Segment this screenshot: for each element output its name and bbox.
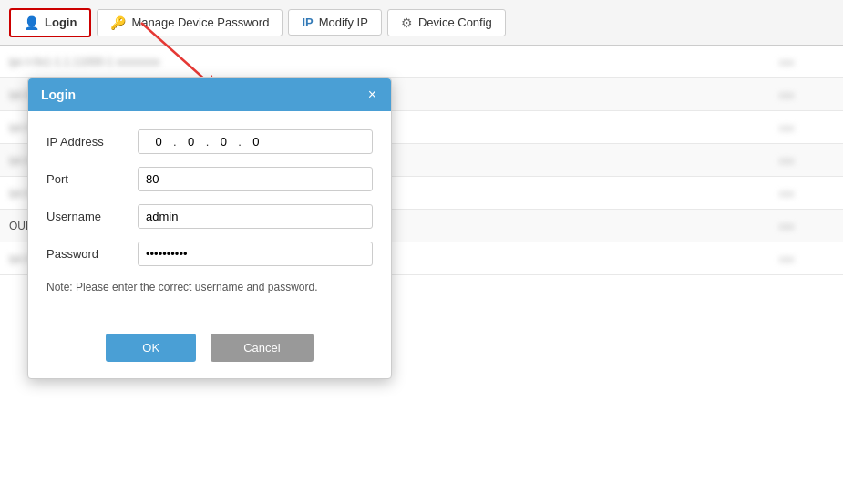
blurred-tag: xxx	[779, 122, 834, 133]
port-row: Port	[46, 167, 373, 191]
ip-dot-3: .	[236, 135, 243, 149]
ip-octet-1[interactable]	[146, 135, 171, 149]
device-config-button[interactable]: ⚙ Device Config	[387, 9, 506, 36]
login-modal: Login × IP Address . . . Port Username	[27, 77, 392, 379]
password-label: Password	[46, 247, 138, 261]
modal-body: IP Address . . . Port Username Password	[28, 111, 391, 323]
blurred-tag: xxx	[779, 188, 834, 199]
ip-dot-1: .	[171, 135, 179, 149]
table-row: ipc-t-0x1-1.1.11000-1 xxxxxxxx xxx	[0, 46, 843, 78]
modal-close-button[interactable]: ×	[366, 87, 378, 102]
password-input[interactable]	[138, 242, 373, 266]
ip-octet-4[interactable]	[243, 135, 269, 149]
login-button[interactable]: 👤 Login	[9, 8, 91, 37]
ip-octet-3[interactable]	[211, 135, 236, 149]
modal-footer: OK Cancel	[28, 323, 391, 378]
modify-ip-button[interactable]: IP Modify IP	[288, 9, 381, 36]
password-row: Password	[46, 242, 373, 266]
port-label: Port	[46, 172, 138, 186]
gear-icon: ⚙	[401, 15, 413, 30]
blurred-tag: xxx	[779, 253, 834, 264]
ip-icon: IP	[302, 15, 313, 29]
port-input[interactable]	[138, 167, 373, 191]
ip-address-label: IP Address	[46, 135, 138, 149]
key-icon: 🔑	[110, 15, 126, 30]
ok-button[interactable]: OK	[106, 334, 196, 362]
modal-title: Login	[41, 87, 76, 102]
blurred-tag: xxx	[779, 89, 834, 100]
cancel-button[interactable]: Cancel	[211, 334, 313, 362]
login-icon: 👤	[24, 15, 39, 30]
ip-address-row: IP Address . . .	[46, 129, 373, 154]
device-config-label: Device Config	[418, 15, 492, 29]
ip-address-input-group[interactable]: . . .	[138, 129, 373, 154]
blurred-tag: xxx	[779, 155, 834, 166]
username-label: Username	[46, 210, 138, 223]
toolbar: 👤 Login 🔑 Manage Device Password IP Modi…	[0, 0, 843, 46]
note-text: Note: Please enter the correct username …	[46, 279, 373, 295]
modal-header: Login ×	[28, 78, 391, 111]
manage-password-button[interactable]: 🔑 Manage Device Password	[97, 9, 283, 36]
login-label: Login	[45, 15, 77, 29]
ip-dot-2: .	[204, 135, 211, 149]
manage-password-label: Manage Device Password	[131, 15, 269, 29]
blurred-cell: ipc-t-0x1-1.1.11000-1 xxxxxxxx	[9, 56, 301, 68]
username-row: Username	[46, 204, 373, 229]
ip-octet-2[interactable]	[179, 135, 204, 149]
modify-ip-label: Modify IP	[319, 15, 368, 29]
blurred-tag: xxx	[779, 221, 834, 231]
blurred-tag: xxx	[779, 57, 834, 67]
username-input[interactable]	[138, 204, 373, 229]
